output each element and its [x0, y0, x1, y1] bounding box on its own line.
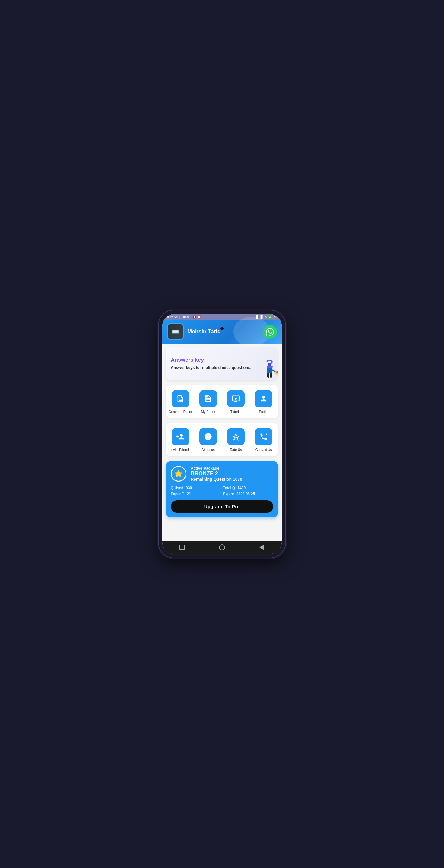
svg-point-12 [276, 373, 277, 373]
nav-back-button[interactable] [258, 543, 266, 552]
icon-grid-row1: Generate Paper My Paper [166, 385, 278, 418]
svg-rect-4 [267, 366, 273, 368]
svg-rect-2 [267, 373, 269, 378]
package-remaining: Remaining Question 1070 [190, 477, 242, 482]
rate-us-icon-box [227, 428, 245, 445]
package-title: Active Package [190, 466, 242, 470]
invite-friends-item[interactable]: Invite Friends [168, 428, 193, 452]
my-paper-label: My Paper [201, 410, 215, 413]
generate-paper-label: Generate Paper [169, 410, 192, 413]
svg-rect-1 [267, 367, 272, 373]
generate-paper-item[interactable]: Generate Paper [168, 390, 193, 413]
nav-home-button[interactable] [218, 543, 226, 552]
invite-friends-icon-box [172, 428, 189, 445]
tutorial-icon-box [227, 390, 245, 407]
svg-rect-11 [276, 371, 277, 373]
my-paper-icon-box [199, 390, 217, 407]
svg-rect-8 [277, 374, 278, 375]
total-q-value: 1400 [237, 486, 245, 490]
about-us-label: About us [202, 448, 214, 452]
expire-value: 2022-08-25 [236, 492, 255, 496]
package-info: Active Package BRONZE 2 Remaining Questi… [190, 466, 242, 482]
tutorial-label: Tutorial [231, 410, 241, 413]
card-title: Answers key [171, 357, 266, 363]
nav-home-icon [219, 544, 225, 550]
nav-back-icon [259, 544, 264, 550]
package-stats: Q.Used 330 Total.Q 1400 Paper.G 21 Expir… [171, 486, 273, 496]
profile-icon-box [255, 390, 272, 407]
navigation-bar [162, 541, 282, 554]
package-name: BRONZE 2 [190, 470, 242, 477]
q-used-value: 330 [186, 486, 192, 490]
mute-icon: 🔇 [193, 315, 196, 318]
paper-g-label: Paper.G [171, 492, 184, 496]
charging-icon: ⚡ [273, 315, 277, 318]
paper-g-stat: Paper.G 21 [171, 492, 221, 496]
card-description: Answer keys for multiple choice question… [171, 365, 266, 370]
expire-stat: Expire 2022-08-25 [223, 492, 273, 496]
upgrade-button[interactable]: Upgrade To Pro [171, 500, 273, 513]
answer-key-card[interactable]: Answers key Answer keys for multiple cho… [166, 347, 278, 380]
package-header: ⭐ Active Package BRONZE 2 Remaining Ques… [171, 466, 273, 482]
profile-item[interactable]: Profile [251, 390, 276, 413]
alarm-icon: ⏰ [197, 315, 201, 318]
main-content: Answers key Answer keys for multiple cho… [162, 344, 282, 541]
expire-label: Expire [223, 492, 234, 496]
q-used-label: Q.Used [171, 486, 183, 490]
card-illustration: ? [266, 358, 273, 370]
about-us-item[interactable]: About us [196, 428, 220, 452]
wifi-icon: ∿ [265, 315, 267, 318]
my-paper-item[interactable]: My Paper [196, 390, 220, 413]
nav-recent-icon [179, 545, 185, 550]
camera-notch [220, 327, 224, 330]
phone-shell: 9:46 AM | 4.9KB/s 🔇 ⏰ · ▐▌▐▌ ∿ 63 ⚡ ⌨️ M… [159, 310, 285, 558]
status-bar: 9:46 AM | 4.9KB/s 🔇 ⏰ · ▐▌▐▌ ∿ 63 ⚡ [162, 314, 282, 320]
contact-us-icon-box [255, 428, 272, 445]
dot-icon: · [202, 315, 203, 318]
contact-us-item[interactable]: Contact Us [251, 428, 276, 452]
time-text: 9:46 AM | 4.9KB/s [167, 315, 191, 318]
paper-g-value: 21 [187, 492, 190, 496]
about-us-icon-box [199, 428, 217, 445]
avatar-image: ⌨️ [168, 324, 183, 339]
invite-friends-label: Invite Friends [171, 448, 190, 452]
whatsapp-button[interactable] [263, 325, 277, 339]
icon-grid-row2: Invite Friends About us [166, 423, 278, 456]
tutorial-item[interactable]: Tutorial [224, 390, 248, 413]
svg-rect-7 [276, 373, 278, 374]
rate-us-item[interactable]: Rate Us [224, 428, 248, 452]
generate-paper-icon-box [172, 390, 189, 407]
card-content: Answers key Answer keys for multiple cho… [171, 357, 266, 370]
total-q-label: Total.Q [223, 486, 235, 490]
profile-label: Profile [259, 410, 268, 413]
battery-indicator: 63 [268, 315, 272, 318]
q-used-stat: Q.Used 330 [171, 486, 221, 490]
svg-rect-3 [270, 373, 272, 378]
app-header: ⌨️ Mohsin Tariq [162, 320, 282, 344]
contact-us-label: Contact Us [256, 448, 272, 452]
nav-recent-button[interactable] [178, 543, 186, 552]
avatar: ⌨️ [167, 323, 184, 340]
status-left: 9:46 AM | 4.9KB/s 🔇 ⏰ · [167, 315, 203, 318]
rate-us-label: Rate Us [230, 448, 242, 452]
total-q-stat: Total.Q 1400 [223, 486, 273, 490]
package-star-icon: ⭐ [171, 466, 186, 482]
svg-point-0 [268, 363, 271, 366]
package-card: ⭐ Active Package BRONZE 2 Remaining Ques… [166, 461, 278, 518]
phone-screen: 9:46 AM | 4.9KB/s 🔇 ⏰ · ▐▌▐▌ ∿ 63 ⚡ ⌨️ M… [162, 314, 282, 554]
